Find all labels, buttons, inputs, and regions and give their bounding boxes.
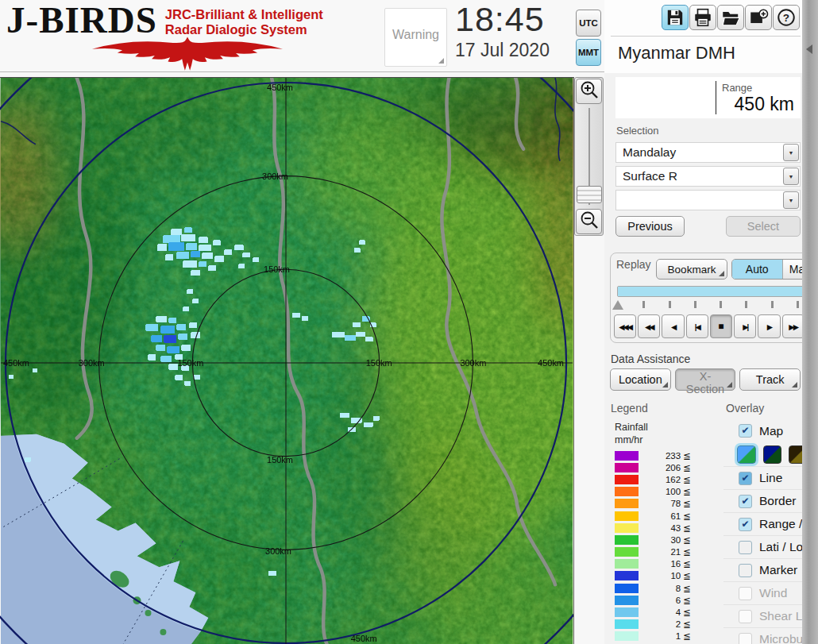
radar-map[interactable]: 450km300km150km450km300km150km150km300km… — [0, 77, 574, 644]
legend-threshold: 6 ≦ — [639, 595, 691, 606]
dropdown-corner-icon — [719, 271, 724, 276]
legend-color-swatch — [615, 451, 639, 461]
legend-color-swatch — [615, 559, 639, 569]
legend-color-swatch — [615, 487, 639, 496]
playback-step-back-button[interactable]: |◀ — [686, 314, 708, 338]
legend-unit: Rainfall — [615, 422, 648, 433]
legend-row: 206 ≦ — [615, 461, 710, 473]
overlay-checkbox-lati-long[interactable] — [739, 541, 752, 554]
mmt-button[interactable]: MMT — [576, 39, 601, 66]
resize-corner-icon — [438, 58, 444, 64]
app-logo: J-BIRDS JRC-Brilliant & Intelligent Rada… — [6, 2, 380, 71]
svg-text:150km: 150km — [177, 358, 203, 368]
legend-color-swatch — [615, 584, 639, 593]
overlay-checkbox-map[interactable]: ✔ — [739, 424, 752, 438]
chevron-down-icon[interactable]: ▼ — [783, 168, 799, 185]
overlay-checkbox-wind — [739, 587, 752, 600]
open-folder-icon — [720, 7, 741, 28]
overlay-checkbox-shear-line — [739, 610, 752, 623]
range-value: 450 km — [735, 94, 794, 115]
timeline-start-marker[interactable] — [612, 300, 623, 310]
playback-stop-button[interactable]: ■ — [710, 314, 732, 338]
warning-selector[interactable]: Warning — [384, 8, 447, 67]
dropdown-corner-icon — [727, 382, 732, 388]
legend-threshold: 206 ≦ — [639, 462, 691, 473]
x-section-button[interactable]: X-Section — [675, 368, 736, 391]
legend-color-swatch — [615, 607, 639, 617]
legend-row: 162 ≦ — [615, 473, 710, 485]
playback-rewind-button[interactable]: ◀◀ — [638, 314, 660, 338]
overlay-item-label: Wind — [759, 586, 787, 600]
legend-threshold: 2 ≦ — [639, 619, 691, 630]
track-button[interactable]: Track — [739, 368, 801, 391]
selection-field-1[interactable]: Mandalay▼ — [615, 142, 801, 163]
timeline-tick — [720, 301, 722, 308]
legend-color-swatch — [615, 463, 639, 472]
chevron-down-icon[interactable]: ▼ — [783, 191, 799, 209]
app-title: J-BIRDS — [6, 2, 157, 39]
zoom-in-button[interactable] — [576, 79, 602, 104]
overlay-checkbox-microburst — [739, 633, 752, 644]
playback-step-forward-button[interactable]: ▶| — [734, 314, 756, 338]
legend-threshold: 100 ≦ — [639, 486, 691, 497]
timeline-tick — [797, 301, 799, 308]
collapse-arrow-icon — [806, 44, 812, 54]
timeline-tick — [669, 301, 671, 308]
select-button[interactable]: Select — [726, 216, 801, 237]
selection-field-2[interactable]: Surface R▼ — [615, 166, 801, 187]
legend-threshold: 233 ≦ — [639, 450, 691, 461]
clock-date: 17 Jul 2020 — [455, 40, 550, 61]
legend-threshold: 16 ≦ — [639, 558, 691, 569]
zoom-out-button[interactable] — [576, 209, 602, 234]
legend-threshold: 21 ≦ — [639, 546, 691, 557]
magnifier-minus-icon — [578, 210, 600, 232]
overlay-item-label: Border — [759, 494, 797, 508]
playback-back-button[interactable]: ◀ — [662, 314, 684, 338]
save-button[interactable] — [662, 5, 689, 30]
legend-color-swatch — [615, 619, 639, 629]
save-icon — [665, 7, 685, 28]
print-icon — [693, 7, 713, 28]
panel-collapse-strip[interactable] — [802, 0, 818, 644]
playback-rewind-fast-button[interactable]: ◀◀◀ — [614, 314, 636, 338]
open-folder-button[interactable] — [717, 5, 744, 30]
zoom-slider-track[interactable] — [576, 105, 602, 208]
replay-slider[interactable] — [617, 286, 818, 297]
utc-button[interactable]: UTC — [576, 10, 601, 37]
auto-mode-button[interactable]: Auto — [732, 260, 783, 279]
legend-threshold: 43 ≦ — [639, 523, 691, 534]
range-label: Range — [722, 82, 752, 94]
legend-color-swatch — [615, 499, 639, 508]
legend-color-swatch — [615, 631, 639, 641]
legend-color-swatch — [615, 511, 639, 521]
print-button[interactable] — [689, 5, 716, 30]
map-style-swatch-2[interactable] — [763, 445, 782, 464]
legend-threshold: 10 ≦ — [639, 570, 691, 581]
legend-threshold: 8 ≦ — [639, 583, 691, 594]
timeline-tick — [745, 301, 747, 308]
add-image-button[interactable] — [745, 5, 772, 30]
playback-controls: ◀◀◀◀◀◀|◀■▶|▶▶▶▶▶▶ — [614, 314, 818, 338]
chevron-down-icon[interactable]: ▼ — [783, 144, 799, 161]
zoom-slider-handle[interactable] — [577, 186, 602, 203]
help-button[interactable]: ? — [773, 5, 800, 30]
overlay-checkbox-line[interactable]: ✔ — [739, 472, 752, 485]
map-style-swatch-1[interactable] — [737, 445, 756, 464]
replay-timeline-ruler — [617, 299, 818, 310]
overlay-checkbox-range-az[interactable]: ✔ — [739, 518, 752, 531]
bookmark-button[interactable]: Bookmark — [656, 259, 727, 280]
location-button[interactable]: Location — [610, 368, 671, 391]
legend-unit: mm/hr — [615, 434, 642, 445]
legend-row: 8 ≦ — [615, 582, 710, 594]
legend-label: Legend — [611, 402, 648, 415]
overlay-checkbox-border[interactable]: ✔ — [739, 495, 752, 508]
previous-button[interactable]: Previous — [615, 216, 685, 237]
range-display: Range 450 km — [615, 77, 801, 118]
overlay-checkbox-marker[interactable] — [739, 564, 752, 577]
selection-field-3[interactable]: ▼ — [615, 190, 801, 210]
svg-text:450km: 450km — [538, 358, 564, 368]
playback-forward-button[interactable]: ▶▶ — [782, 314, 804, 338]
playback-play-button[interactable]: ▶ — [758, 314, 780, 338]
clock-time: 18:45 — [455, 0, 545, 39]
svg-text:300km: 300km — [79, 358, 105, 368]
